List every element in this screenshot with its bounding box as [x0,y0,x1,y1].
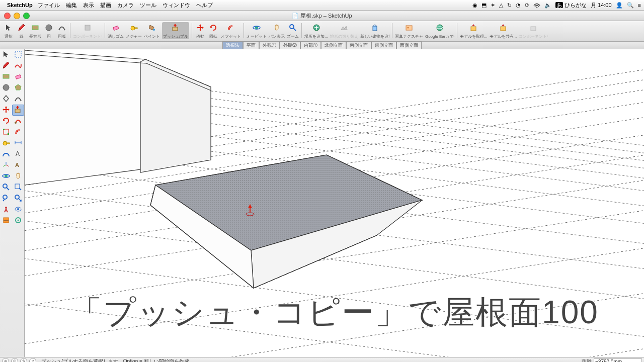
model-viewport[interactable]: 「プッシュ・コピー」で屋根面100 [25,49,644,357]
volume-icon[interactable]: 🔈 [544,2,551,9]
gdrive-icon[interactable]: △ [499,2,503,9]
palette-person[interactable] [0,204,12,215]
user-icon[interactable]: 👤 [616,2,623,9]
palette-followme[interactable] [12,116,24,127]
scene-tab-3[interactable]: 外観② [280,41,300,49]
scene-tab-6[interactable]: 南側立面 [346,41,371,49]
palette-arc3[interactable] [12,94,24,105]
menu-draw[interactable]: 描画 [100,2,111,9]
toolbar-getmodel[interactable]: モデルを取得... [460,22,488,39]
menuextra-icon[interactable]: ◉ [472,2,477,9]
measurement-input[interactable] [594,358,642,363]
menu-help[interactable]: ヘルプ [196,2,213,9]
palette-tape2[interactable] [0,138,12,149]
palette-move-red[interactable] [0,105,12,116]
toolbar-rotate[interactable]: 回転 [208,22,219,39]
palette-orbit2[interactable] [0,171,12,182]
toolbar-orbit[interactable]: オービット [247,22,267,39]
palette-axes[interactable] [0,160,12,171]
toolbar-label: 場所を追加... [304,34,328,39]
toolbar-arc[interactable]: 円弧 [56,22,67,39]
toolbar-addbldg[interactable]: 新しい建物を追加... [360,22,389,39]
ime-indicator[interactable]: あ ひらがな [555,2,587,9]
toolbar-tape[interactable]: メジャー [126,22,142,39]
menu-window[interactable]: ウィンドウ [163,2,190,9]
palette-offset2[interactable] [12,127,24,138]
palette-dim[interactable] [12,138,24,149]
credits-toggle[interactable]: © [11,358,18,362]
app-menu[interactable]: SketchUp [7,2,33,8]
scene-tab-4[interactable]: 内部① [300,41,321,49]
toolbar-phototex[interactable]: 写真テクスチャ [395,22,423,39]
toolbar-preview[interactable]: Google Earth でモデルをプレビュー [425,22,454,39]
toolbar-move[interactable]: 移動 [195,22,206,39]
evernote-icon[interactable]: ✶ [491,2,495,9]
close-button[interactable] [4,13,11,19]
menu-file[interactable]: ファイル [38,2,60,9]
clock[interactable]: 月 14:00 [591,2,612,9]
scene-tab-5[interactable]: 北側立面 [321,41,346,49]
scene-tab-1[interactable]: 平面 [243,41,259,49]
palette-zoomwin[interactable] [12,182,24,193]
scene-tab-7[interactable]: 東側立面 [371,41,396,49]
scene-tab-2[interactable]: 外観① [259,41,280,49]
toolbar-zoom[interactable]: ズーム [287,22,299,39]
palette-protractor[interactable] [0,149,12,160]
palette-zoom2[interactable] [0,182,12,193]
toolbar-pushpull[interactable]: プッシュ/プル [162,22,189,39]
palette-text[interactable]: A [12,149,24,160]
palette-rect-sel[interactable] [12,49,24,60]
palette-rotate-red[interactable] [0,116,12,127]
palette-look[interactable] [12,204,24,215]
notification-icon[interactable]: ≡ [638,2,641,8]
minimize-button[interactable] [14,13,20,19]
toolbar-eraser[interactable]: 消しゴム [108,22,124,39]
palette-polygon2[interactable] [0,94,12,105]
claimed-toggle[interactable]: ✎ [20,358,27,362]
toolbar-pan[interactable]: パン表示 [269,22,285,39]
toolbar-addloc[interactable]: 場所を追加... [304,22,328,39]
palette-walk[interactable] [12,215,24,226]
timemachine-icon[interactable]: ⟳ [525,2,529,9]
palette-eraser[interactable] [12,71,24,82]
toolbar-offset[interactable]: オフセット [221,22,241,39]
clock-icon[interactable]: ◔ [516,2,521,9]
spotlight-icon[interactable]: 🔍 [627,2,634,9]
palette-section[interactable] [0,215,12,226]
palette-zoomext[interactable] [12,193,24,204]
menu-view[interactable]: 表示 [83,2,94,9]
menu-camera[interactable]: カメラ [117,2,134,9]
toolbar-pencil[interactable]: 線 [16,22,27,39]
palette-circle[interactable] [0,82,12,94]
scene-tab-8[interactable]: 西側立面 [396,41,422,49]
toolbar-circle[interactable]: 円 [43,22,54,39]
palette-polygon[interactable] [12,82,24,94]
palette-pencil[interactable] [0,60,12,71]
toolbar-label: 消しゴム [108,34,124,39]
svg-rect-13 [373,26,377,31]
palette-freehand[interactable] [12,60,24,71]
palette-hand[interactable] [12,171,24,182]
scene-tab-0[interactable]: 透視法 [222,41,243,49]
svg-point-16 [437,25,443,31]
palette-rect[interactable] [0,71,12,82]
geo-toggle[interactable]: ⊕ [2,358,9,362]
toolbar-cursor[interactable]: 選択 [3,22,14,39]
palette-scale[interactable] [0,127,12,138]
wifi-icon[interactable] [533,2,540,8]
menu-edit[interactable]: 編集 [66,2,77,9]
toolbar-bucket[interactable]: ペイント [144,22,160,39]
palette-3dtext[interactable]: A [12,160,24,171]
menu-tools[interactable]: ツール [140,2,156,9]
toolbar-sharemodel[interactable]: モデルを共有... [490,22,517,39]
dropbox-icon[interactable]: ⬒ [481,2,487,9]
terrain-icon [339,22,350,33]
zoom-button[interactable] [23,13,30,19]
palette-pushpull[interactable] [12,105,24,116]
help-button[interactable]: ? [29,358,36,362]
toolbar-rect[interactable]: 長方形 [29,22,41,39]
svg-rect-31 [8,133,9,135]
palette-prev[interactable] [0,193,12,204]
palette-cursor[interactable] [0,49,12,60]
sync-icon[interactable]: ↻ [507,2,512,9]
